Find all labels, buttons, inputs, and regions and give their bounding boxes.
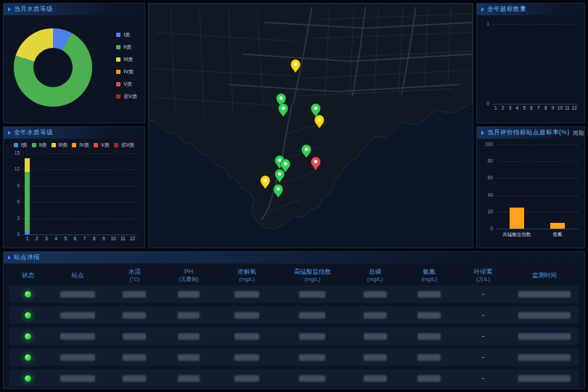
water-class-legend: I类II类III类IV类V类劣V类 xyxy=(116,31,137,100)
legend-label: I类 xyxy=(123,31,130,38)
legend-label: IV类 xyxy=(79,142,89,149)
legend-label: 劣V类 xyxy=(123,93,137,100)
column-header: 溶解氧(mg/L) xyxy=(217,268,277,282)
table-row[interactable]: - xyxy=(9,369,579,387)
redacted-cell xyxy=(348,312,401,319)
map-island xyxy=(185,221,188,224)
legend-item[interactable]: V类 xyxy=(94,141,110,149)
legend-item[interactable]: III类 xyxy=(52,141,68,149)
legend-label: I类 xyxy=(21,142,28,149)
redacted-cell xyxy=(217,354,277,361)
column-header: 氨氮(mg/L) xyxy=(402,268,456,282)
legend-label: V类 xyxy=(101,142,110,149)
table-cell: - xyxy=(456,375,510,382)
panel-year-exceed-count: 全年超标数量 01123456789101112 xyxy=(476,3,585,123)
redacted-cell xyxy=(277,375,348,382)
redacted-cell xyxy=(277,291,348,298)
panel-header: 当月评价指标站点超标率(%) 周期 xyxy=(477,127,584,139)
table-cell: - xyxy=(456,332,510,340)
redacted-cell xyxy=(277,312,348,319)
panel-title: 全年水质等级 xyxy=(14,128,53,137)
table-row[interactable]: - xyxy=(9,327,579,345)
redacted-cell xyxy=(217,312,277,319)
redacted-cell xyxy=(348,291,401,298)
city-map[interactable] xyxy=(149,4,473,248)
redacted-cell xyxy=(217,291,277,298)
redacted-cell xyxy=(348,375,401,382)
table-row[interactable]: - xyxy=(9,348,579,366)
legend-swatch-icon xyxy=(116,94,121,99)
redacted-cell xyxy=(160,291,217,298)
panel-header: 全年水质等级 xyxy=(4,127,144,139)
legend-item[interactable]: V类 xyxy=(116,81,137,88)
redacted-cell xyxy=(46,375,109,382)
status-dot-normal xyxy=(23,332,33,341)
year-exceed-line-chart: 01123456789101112 xyxy=(481,15,581,115)
dashboard: 当月水质等级 I类II类III类IV类V类劣V类 全年水质等级 I类II类III… xyxy=(0,0,588,392)
legend-swatch-icon xyxy=(114,143,118,147)
status-dot-normal xyxy=(23,311,33,320)
redacted-cell xyxy=(348,354,401,361)
legend-item[interactable]: III类 xyxy=(116,56,137,63)
status-dot-normal xyxy=(23,374,33,383)
redacted-cell xyxy=(402,375,456,382)
legend-label: 劣V类 xyxy=(121,142,135,149)
panel-header: 站点详报 xyxy=(4,252,584,264)
column-header: 监测时间 xyxy=(510,271,579,279)
donut-hole xyxy=(33,48,73,87)
redacted-cell xyxy=(402,354,456,361)
legend-item[interactable]: I类 xyxy=(14,141,28,149)
column-header: 状态 xyxy=(9,271,46,279)
panel-title: 当月水质等级 xyxy=(14,5,53,14)
redacted-cell xyxy=(160,333,217,340)
redacted-cell xyxy=(109,375,160,382)
legend-item[interactable]: IV类 xyxy=(72,141,89,149)
redacted-cell xyxy=(277,333,348,340)
redacted-cell xyxy=(510,354,579,361)
legend-item[interactable]: I类 xyxy=(116,31,137,38)
column-header: 站点 xyxy=(46,271,109,279)
period-selector[interactable]: 周期 xyxy=(573,129,584,137)
panel-title-icon xyxy=(481,131,484,135)
legend-swatch-icon xyxy=(14,143,18,147)
month-rate-bar-chart: 020406080100高锰酸盐指数氨氮 xyxy=(481,139,581,242)
legend-swatch-icon xyxy=(52,143,56,147)
table-row[interactable]: - xyxy=(9,306,579,324)
redacted-cell xyxy=(402,291,456,298)
redacted-cell xyxy=(46,333,109,340)
table-body: ----- xyxy=(4,285,584,387)
panel-station-table: 站点详报 状态站点水温(°C)PH(无量纲)溶解氧(mg/L)高锰酸盐指数(mg… xyxy=(3,251,585,389)
legend-item[interactable]: IV类 xyxy=(116,68,137,75)
column-header: 总磷(mg/L) xyxy=(348,268,401,282)
column-header: PH(无量纲) xyxy=(160,268,217,282)
legend-swatch-icon xyxy=(72,143,76,147)
legend-swatch-icon xyxy=(116,57,121,62)
legend-swatch-icon xyxy=(116,33,121,37)
legend-item[interactable]: 劣V类 xyxy=(116,93,137,100)
legend-label: II类 xyxy=(123,44,131,51)
redacted-cell xyxy=(160,375,217,382)
map-panel[interactable] xyxy=(148,3,473,248)
panel-header: 当月水质等级 xyxy=(4,4,144,15)
redacted-cell xyxy=(109,333,160,340)
legend-swatch-icon xyxy=(116,82,121,86)
legend-label: III类 xyxy=(59,142,68,149)
redacted-cell xyxy=(510,333,579,340)
water-class-legend-horizontal: I类II类III类IV类V类劣V类 xyxy=(4,139,144,149)
legend-item[interactable]: 劣V类 xyxy=(114,141,135,149)
year-level-bar-chart: 03691215123456789101112 xyxy=(8,149,140,245)
column-header: 叶绿素(万/L) xyxy=(456,268,510,282)
panel-month-water-level: 当月水质等级 I类II类III类IV类V类劣V类 xyxy=(3,3,145,123)
table-cell: - xyxy=(456,354,510,361)
panel-title: 当月评价指标站点超标率(%) xyxy=(487,128,570,137)
legend-item[interactable]: II类 xyxy=(116,44,137,51)
legend-item[interactable]: II类 xyxy=(32,141,47,149)
month-level-donut-chart xyxy=(14,28,92,107)
redacted-cell xyxy=(217,333,277,340)
redacted-cell xyxy=(277,354,348,361)
table-row[interactable]: - xyxy=(9,285,579,303)
panel-title-icon xyxy=(481,7,484,12)
redacted-cell xyxy=(510,375,579,382)
map-island xyxy=(171,215,176,219)
panel-month-exceed-rate: 当月评价指标站点超标率(%) 周期 020406080100高锰酸盐指数氨氮 xyxy=(476,126,585,248)
